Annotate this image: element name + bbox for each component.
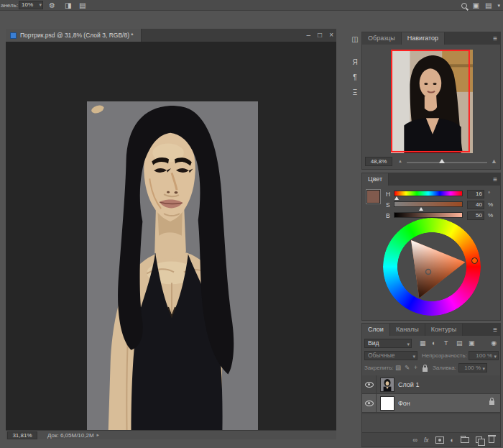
tab-swatches[interactable]: Образцы (362, 32, 402, 45)
workspace-icon[interactable]: ▣ (473, 0, 479, 11)
zoom-out-icon[interactable]: ▲ (398, 159, 402, 163)
hue-slider[interactable] (394, 191, 463, 196)
lock-all-icon[interactable] (423, 367, 428, 372)
visibility-cell[interactable] (362, 375, 377, 394)
filter-kind-dropdown[interactable]: Вид ▾ (364, 339, 412, 348)
tab-channels[interactable]: Каналы (390, 324, 425, 336)
status-zoom-field[interactable]: 31,81% (7, 431, 37, 439)
saturation-slider-row: S 40 % (362, 201, 500, 210)
lock-position-icon[interactable]: + (414, 364, 417, 371)
layer-style-icon[interactable]: fx (424, 436, 429, 444)
layer-thumbnail[interactable] (380, 396, 394, 411)
hue-ring-marker[interactable] (471, 257, 478, 264)
panel-menu-icon[interactable]: ≡ (493, 173, 497, 186)
lock-paint-icon[interactable]: ✎ (405, 364, 410, 371)
hue-value-field[interactable]: 16 (467, 190, 484, 198)
maximize-button[interactable]: □ (318, 29, 322, 42)
chevron-down-icon[interactable]: ▾ (497, 0, 500, 11)
document-window: Портрик.psd @ 31,8% (Слой 3, RGB/8) * – … (6, 29, 336, 439)
saturation-slider[interactable] (394, 201, 463, 207)
layer-row[interactable]: Фон (362, 394, 500, 413)
slider-thumb[interactable] (394, 196, 399, 200)
tab-layers[interactable]: Слои (362, 324, 390, 336)
filter-adjustment-layers-icon[interactable]: ◐ (432, 339, 435, 347)
saturation-label: S (386, 201, 390, 209)
navigator-panel: Образцы Навигатор ≡ 48,8% ▲ ▲ (361, 32, 501, 170)
filter-type-layers-icon[interactable]: T (444, 339, 448, 347)
saturation-value-field[interactable]: 40 (467, 201, 484, 209)
chevron-down-icon: ▾ (39, 1, 42, 9)
minimize-button[interactable]: – (307, 29, 311, 42)
filter-toggle-icon[interactable]: ◉ (491, 339, 497, 347)
slider-thumb[interactable] (439, 159, 445, 163)
lock-row: Закрепить: ▨ ✎ + Заливка: 100 % ▾ (362, 363, 500, 374)
options-panel-label: анель: (1, 2, 18, 9)
delete-layer-icon[interactable] (489, 436, 494, 443)
collapsed-panel-paragraph-icon[interactable]: ¶ (349, 71, 361, 84)
document-tab[interactable]: Портрик.psd @ 31,8% (Слой 3, RGB/8) * (6, 29, 142, 42)
panel-menu-icon[interactable]: ≡ (493, 32, 497, 45)
filter-pixel-layers-icon[interactable]: ▦ (420, 339, 426, 347)
fill-field[interactable]: 100 % ▾ (458, 363, 487, 372)
new-group-icon[interactable] (461, 437, 469, 443)
layer-thumbnail[interactable] (380, 378, 394, 392)
hue-slider-row: H 16 ° (362, 190, 500, 199)
options-brush-panel-icon[interactable]: ▤ (79, 0, 86, 11)
canvas-painting (87, 101, 258, 430)
zoom-in-icon[interactable]: ▲ (491, 157, 497, 165)
document-status-bar: 31,81% Док: 6,05М/10,2М ▸ (6, 430, 336, 439)
brightness-unit: % (488, 212, 493, 219)
filter-group-layers-icon[interactable]: ▤ (456, 339, 463, 347)
filter-kind-value: Вид (368, 339, 379, 347)
layers-bottom-bar: ∞ fx ◐ (362, 432, 500, 447)
panel-menu-icon[interactable]: ≡ (493, 324, 497, 336)
eye-icon[interactable] (365, 401, 374, 406)
status-doc-info: Док: 6,05М/10,2М (47, 432, 94, 439)
collapsed-panel-properties-icon[interactable]: Ξ (349, 86, 361, 99)
document-tab-bar: Портрик.psd @ 31,8% (Слой 3, RGB/8) * – … (6, 29, 336, 42)
lock-transparency-icon[interactable]: ▨ (395, 364, 401, 371)
chevron-down-icon: ▾ (407, 340, 410, 348)
tab-color[interactable]: Цвет (362, 173, 389, 186)
eye-icon[interactable] (365, 382, 374, 388)
navigator-zoom-field[interactable]: 48,8% (365, 157, 392, 166)
add-mask-icon[interactable] (435, 436, 444, 444)
arrange-icon[interactable]: ▤ (485, 0, 492, 11)
brightness-slider[interactable] (394, 212, 463, 218)
tab-navigator[interactable]: Навигатор (402, 32, 445, 45)
collapsed-panel-character-icon[interactable]: Я (349, 56, 361, 69)
opacity-field[interactable]: 100 % ▾ (469, 351, 499, 360)
opacity-value: 100 % (476, 352, 492, 359)
layer-row[interactable]: Слой 1 (362, 375, 500, 394)
search-icon[interactable] (461, 3, 467, 9)
link-layers-icon[interactable]: ∞ (413, 436, 417, 444)
canvas-area[interactable] (6, 42, 336, 430)
options-toggle-icon[interactable]: ◨ (65, 0, 71, 11)
chevron-down-icon: ▾ (482, 365, 485, 372)
blend-mode-dropdown[interactable]: Обычные ▾ (364, 351, 417, 360)
new-layer-icon[interactable] (476, 436, 482, 443)
adjustment-layer-icon[interactable]: ◐ (451, 436, 454, 444)
layer-name: Фон (398, 400, 410, 407)
tab-paths[interactable]: Контуры (425, 324, 463, 336)
color-panel-tabs: Цвет ≡ (362, 173, 500, 186)
lock-icon (489, 401, 494, 405)
zoom-dropdown[interactable]: 10% ▾ (19, 1, 43, 9)
layer-filter-row: Вид ▾ ▦ ◐ T ▤ ▣ ◉ (362, 339, 500, 349)
close-button[interactable]: × (329, 29, 333, 42)
navigator-zoom-slider[interactable] (407, 162, 487, 163)
chevron-down-icon: ▾ (412, 352, 415, 360)
options-bar: анель: 10% ▾ ⚙ ◨ ▤ ▣ ▤ ▾ (0, 0, 503, 11)
collapsed-panel-libraries-icon[interactable]: ◫ (349, 33, 361, 46)
fill-value: 100 % (464, 365, 481, 371)
navigator-preview[interactable] (391, 50, 473, 153)
filter-smart-objects-icon[interactable]: ▣ (469, 339, 475, 347)
slider-thumb[interactable] (419, 207, 423, 211)
fill-label: Заливка: (433, 365, 456, 371)
color-wheel[interactable] (383, 218, 481, 316)
gear-icon[interactable]: ⚙ (49, 0, 55, 11)
visibility-cell[interactable] (362, 394, 377, 413)
chevron-right-icon[interactable]: ▸ (97, 432, 100, 438)
saturation-triangle[interactable] (383, 218, 481, 316)
document-title: Портрик.psd @ 31,8% (Слой 3, RGB/8) * (20, 32, 134, 39)
